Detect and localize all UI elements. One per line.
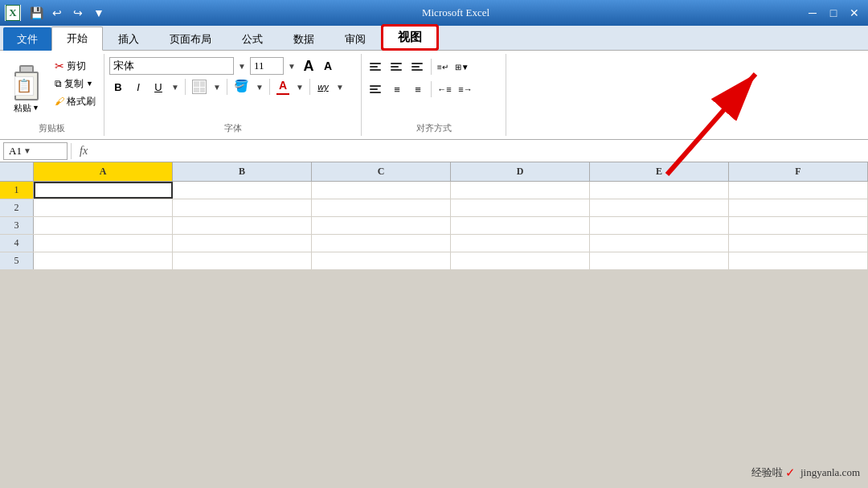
- col-header-C[interactable]: C: [312, 162, 451, 181]
- cell-ref-dropdown[interactable]: ▼: [23, 146, 31, 155]
- align-bottom-button[interactable]: [408, 57, 428, 76]
- tab-review[interactable]: 审阅: [330, 27, 381, 51]
- tab-home[interactable]: 开始: [51, 27, 103, 51]
- cell-B2[interactable]: [173, 199, 312, 216]
- cell-F2[interactable]: [729, 199, 868, 216]
- cell-reference[interactable]: A1 ▼: [3, 142, 68, 160]
- cell-F3[interactable]: [729, 217, 868, 234]
- text-right-button[interactable]: ≡: [408, 80, 428, 99]
- merge-button[interactable]: ⊞▼: [452, 57, 472, 76]
- cell-A3[interactable]: [34, 217, 173, 234]
- tab-file[interactable]: 文件: [3, 27, 51, 51]
- cell-E1[interactable]: [590, 182, 729, 199]
- cell-B1[interactable]: [173, 182, 312, 199]
- col-header-F[interactable]: F: [729, 162, 868, 181]
- tab-formula[interactable]: 公式: [227, 27, 278, 51]
- wrap-text-button[interactable]: ≡↵: [435, 57, 451, 76]
- cell-D1[interactable]: [451, 182, 590, 199]
- cell-C3[interactable]: [312, 217, 451, 234]
- cell-E3[interactable]: [590, 217, 729, 234]
- undo-button[interactable]: ↩: [48, 4, 66, 22]
- row-header-3[interactable]: 3: [0, 217, 34, 234]
- fill-dropdown[interactable]: ▼: [254, 83, 265, 92]
- text-effects-dropdown[interactable]: ▼: [334, 83, 346, 92]
- cell-D5[interactable]: [451, 252, 590, 269]
- cell-E4[interactable]: [590, 235, 729, 252]
- align-sep1: [431, 59, 432, 75]
- minimize-button[interactable]: ─: [804, 4, 821, 22]
- title-bar: X 💾 ↩ ↪ ▼ Microsoft Excel ─ □ ✕: [0, 0, 868, 26]
- close-button[interactable]: ✕: [845, 4, 863, 22]
- cell-A5[interactable]: [34, 252, 173, 269]
- font-size-dropdown[interactable]: ▼: [286, 62, 297, 71]
- redo-button[interactable]: ↪: [69, 4, 87, 22]
- maximize-button[interactable]: □: [825, 4, 842, 22]
- cell-A4[interactable]: [34, 235, 173, 252]
- cell-E2[interactable]: [590, 199, 729, 216]
- cell-B3[interactable]: [173, 217, 312, 234]
- indent-increase-button[interactable]: ≡→: [456, 80, 475, 99]
- font-color-dropdown[interactable]: ▼: [294, 83, 305, 92]
- row-header-1[interactable]: 1: [0, 182, 34, 199]
- bold-button[interactable]: B: [109, 78, 127, 96]
- row-header-5[interactable]: 5: [0, 252, 34, 269]
- tab-layout[interactable]: 页面布局: [154, 27, 227, 51]
- cell-B5[interactable]: [173, 252, 312, 269]
- fx-button[interactable]: fx: [75, 145, 92, 158]
- cut-button[interactable]: ✂ 剪切: [51, 58, 99, 75]
- align-center-button[interactable]: [387, 57, 407, 76]
- cell-E5[interactable]: [590, 252, 729, 269]
- row-header-2[interactable]: 2: [0, 199, 34, 216]
- indent-decrease-button[interactable]: ←≡: [435, 80, 454, 99]
- col-header-A[interactable]: A: [34, 162, 173, 181]
- tab-insert[interactable]: 插入: [103, 27, 154, 51]
- cut-label: 剪切: [67, 59, 86, 73]
- cell-C5[interactable]: [312, 252, 451, 269]
- cell-D2[interactable]: [451, 199, 590, 216]
- tab-data[interactable]: 数据: [278, 27, 330, 51]
- cell-F5[interactable]: [729, 252, 868, 269]
- italic-button[interactable]: I: [129, 78, 147, 96]
- increase-font-button[interactable]: A: [300, 57, 317, 75]
- format-painter-button[interactable]: 🖌 格式刷: [51, 93, 99, 110]
- cell-B4[interactable]: [173, 235, 312, 252]
- col-header-D[interactable]: D: [451, 162, 590, 181]
- copy-button[interactable]: ⧉ 复制 ▼: [51, 76, 99, 92]
- cell-F4[interactable]: [729, 235, 868, 252]
- text-center-button[interactable]: ≡: [387, 80, 407, 99]
- font-size-input[interactable]: 11: [250, 57, 284, 75]
- cell-A2[interactable]: [34, 199, 173, 216]
- text-effects-button[interactable]: wy: [314, 78, 332, 96]
- decrease-font-button[interactable]: A: [319, 57, 337, 75]
- separator4: [309, 79, 310, 95]
- cell-D4[interactable]: [451, 235, 590, 252]
- row-header-4[interactable]: 4: [0, 235, 34, 252]
- cell-C2[interactable]: [312, 199, 451, 216]
- font-color-icon: A: [279, 79, 287, 92]
- save-button[interactable]: 💾: [27, 4, 45, 22]
- font-name-input[interactable]: 宋体: [109, 57, 234, 75]
- cell-C4[interactable]: [312, 235, 451, 252]
- col-header-E[interactable]: E: [590, 162, 729, 181]
- cell-F1[interactable]: [729, 182, 868, 199]
- cell-C1[interactable]: [312, 182, 451, 199]
- underline-dropdown[interactable]: ▼: [170, 83, 181, 92]
- tab-view[interactable]: 视图: [381, 24, 439, 51]
- underline-button[interactable]: U: [149, 78, 167, 96]
- font-name-dropdown[interactable]: ▼: [236, 62, 248, 71]
- cell-D3[interactable]: [451, 217, 590, 234]
- fill-color-button[interactable]: 🪣: [231, 78, 252, 96]
- more-button[interactable]: ▼: [90, 4, 108, 22]
- paste-button[interactable]: 📋 粘贴 ▼: [5, 58, 48, 118]
- border-icon: [192, 80, 207, 94]
- align-top-left-button[interactable]: [366, 57, 386, 76]
- text-left-button[interactable]: [366, 80, 386, 99]
- border-button[interactable]: [190, 78, 209, 96]
- font-color-button[interactable]: A: [274, 78, 292, 96]
- corner-cell[interactable]: [0, 162, 34, 181]
- cell-A1[interactable]: [34, 182, 173, 199]
- border-dropdown[interactable]: ▼: [211, 83, 223, 92]
- formula-input[interactable]: [96, 142, 865, 160]
- col-header-B[interactable]: B: [173, 162, 312, 181]
- table-row: 4: [0, 235, 868, 252]
